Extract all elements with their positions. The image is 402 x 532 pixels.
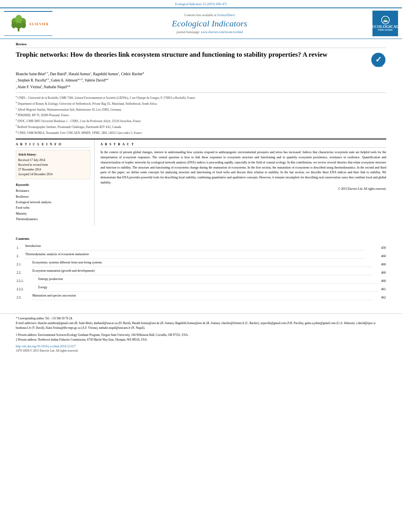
crossmark-icon: ✓ CrossMark	[370, 52, 386, 68]
affiliation-item: g CNRS, UMR BOREA, Normandie Univ UNICAE…	[16, 130, 386, 135]
received-date: Received 17 July 2014	[18, 158, 88, 163]
contents-row: 1.Introduction459	[16, 244, 387, 252]
doi-line: http://dx.doi.org/10.1016/j.ecolind.2014…	[16, 345, 386, 348]
review-label: Review	[16, 42, 386, 48]
keyword-item: Thermodynamics	[16, 217, 90, 222]
contents-row: 2.2.1.Entropy production460	[16, 277, 387, 285]
contents-row: 2.1.Ecosystems: systems different from n…	[16, 260, 387, 269]
journal-header: ELSEVIER Contents lists available at Sci…	[0, 7, 402, 39]
contents-row: 2.Thermodynamic analysis of ecosystem ma…	[16, 252, 387, 260]
contents-page: 460	[380, 252, 387, 260]
contents-page: 462	[380, 293, 387, 302]
corresponding-note: * Corresponding author. Tel.: +33 546 50…	[16, 316, 386, 321]
contents-page: 460	[380, 277, 387, 285]
contents-page: 460	[380, 269, 387, 277]
affiliations: a CNRS – Université de la Rochelle, UMR …	[16, 93, 386, 135]
received-revised-label: Received in revised form	[18, 163, 88, 167]
svg-text:CrossMark: CrossMark	[374, 65, 383, 67]
keyword-item: Maturity	[16, 211, 90, 217]
journal-citation: Ecological Indicators 52 (2015) 458–471	[0, 0, 402, 7]
journal-title-center: Contents lists available at ScienceDirec…	[52, 13, 367, 34]
affiliation-item: e EPOC, UMR 5805 Université Bordeaux 1 –…	[16, 118, 386, 123]
contents-num: 2.2.2.	[16, 285, 24, 293]
affiliation-item: b Department of Botany & Zoology, Univer…	[16, 100, 386, 106]
keyword-item: Food webs	[16, 205, 90, 211]
ecological-indicators-logo: ECOLOGICAL INDICATORS	[367, 11, 398, 36]
svg-point-5	[11, 22, 16, 28]
journal-name: Ecological Indicators	[52, 19, 367, 29]
revised-date: 27 November 2014	[18, 167, 88, 172]
contents-title: Contents	[16, 237, 386, 241]
elsevier-logo: ELSEVIER	[4, 11, 52, 36]
affiliation-item: c Alfred Wegener Institut, Wattenmeersta…	[16, 106, 386, 112]
contents-num: 2.2.1.	[16, 277, 24, 285]
svg-point-4	[15, 15, 22, 23]
footer-section: * Corresponding author. Tel.: +33 546 50…	[0, 313, 402, 355]
contents-num: 2.	[16, 252, 24, 260]
contents-title: Maturation and species succession	[24, 293, 380, 302]
contents-row: 2.3.Maturation and species succession462	[16, 293, 387, 302]
svg-point-6	[21, 22, 26, 28]
logo-box: ECOLOGICAL INDICATORS	[372, 11, 398, 36]
article-info-column: A R T I C L E I N F O Article history: R…	[16, 139, 95, 225]
elsevier-tree-icon	[8, 14, 30, 33]
contents-table: 1.Introduction4592.Thermodynamic analysi…	[16, 244, 387, 302]
journal-homepage: journal homepage: www.elsevier.com/locat…	[52, 30, 367, 34]
svg-text:✓: ✓	[375, 55, 382, 64]
doi-link[interactable]: http://dx.doi.org/10.1016/j.ecolind.2014…	[16, 345, 76, 348]
copyright: © 2015 Elsevier Ltd. All rights reserved…	[100, 187, 386, 191]
abstract-text: In the context of present global changes…	[100, 150, 386, 185]
keywords-section: Keywords: ResistanceResilienceEcological…	[16, 183, 90, 222]
footer-text: * Corresponding author. Tel.: +33 546 50…	[16, 316, 386, 330]
affiliation-item: d IFREMER, BP 70, 29280 Plouzané, France	[16, 112, 386, 117]
issn-line: 1470-160X/© 2015 Elsevier Ltd. All right…	[16, 349, 386, 352]
article-title-row: Trophic networks: How do theories link e…	[16, 50, 386, 68]
email-note: E-mail addresses: blanche.saintbeat@gmai…	[16, 321, 386, 330]
contents-num: 1.	[16, 244, 24, 252]
contents-title: Ecosystem maturation (growth and develop…	[24, 269, 380, 277]
contents-page: 460	[380, 260, 387, 269]
article-history-box: Article history: Received 17 July 2014 R…	[16, 150, 90, 179]
elsevier-label: ELSEVIER	[30, 22, 48, 26]
abstract-title: A B S T R A C T	[100, 143, 386, 148]
article-title: Trophic networks: How do theories link e…	[16, 50, 370, 59]
contents-title: Ecosystems: systems different from non-l…	[24, 260, 380, 269]
keywords-label: Keywords:	[16, 183, 90, 187]
affiliation-item: a CNRS – Université de la Rochelle, UMR …	[16, 95, 386, 100]
contents-title: Entropy production	[24, 277, 380, 285]
contents-title: Exergy	[24, 285, 380, 293]
history-label: Article history:	[18, 152, 88, 157]
journal-homepage-link[interactable]: www.elsevier.com/locate/ecolind	[201, 30, 243, 34]
abstract-column: A B S T R A C T In the context of presen…	[95, 139, 386, 225]
keyword-item: Resistance	[16, 188, 90, 194]
sciencedirect-link[interactable]: ScienceDirect	[217, 13, 235, 17]
footnote-1: 1 Present address: Environmental Science…	[16, 333, 386, 337]
footer-footnotes: 1 Present address: Environmental Science…	[16, 333, 386, 342]
affiliation-item: f Bedford Oceanographic Institute, Prome…	[16, 124, 386, 129]
contents-title: Thermodynamic analysis of ecosystem matu…	[24, 252, 380, 260]
article-section: Review Trophic networks: How do theories…	[0, 39, 402, 229]
contents-row: 2.2.Ecosystem maturation (growth and dev…	[16, 269, 387, 277]
keyword-item: Ecological network analysis	[16, 200, 90, 205]
keywords-list: ResistanceResilienceEcological network a…	[16, 188, 90, 222]
keyword-item: Resilience	[16, 194, 90, 200]
contents-title: Introduction	[24, 244, 380, 252]
footnote-2: 2 Present address: Northwest Indian Fish…	[16, 337, 386, 342]
contents-page: 459	[380, 244, 387, 252]
svg-point-8	[384, 18, 387, 20]
contents-num: 2.3.	[16, 293, 24, 302]
article-body: A R T I C L E I N F O Article history: R…	[16, 139, 386, 225]
authors: Blanche Saint-Béata,*, Dan Bairdb, Haral…	[16, 71, 386, 90]
contents-row: 2.2.2.Exergy461	[16, 285, 387, 293]
contents-num: 2.1.	[16, 260, 24, 269]
article-info-title: A R T I C L E I N F O	[16, 143, 90, 148]
contents-page: 461	[380, 285, 387, 293]
contents-section: Contents 1.Introduction4592.Thermodynami…	[0, 233, 402, 306]
contents-available-text: Contents lists available at ScienceDirec…	[52, 13, 367, 17]
contents-num: 2.2.	[16, 269, 24, 277]
accepted-date: Accepted 14 December 2014	[18, 172, 88, 177]
logo-icon	[380, 16, 391, 24]
journal-citation-link[interactable]: Ecological Indicators 52 (2015) 458–471	[175, 2, 227, 6]
